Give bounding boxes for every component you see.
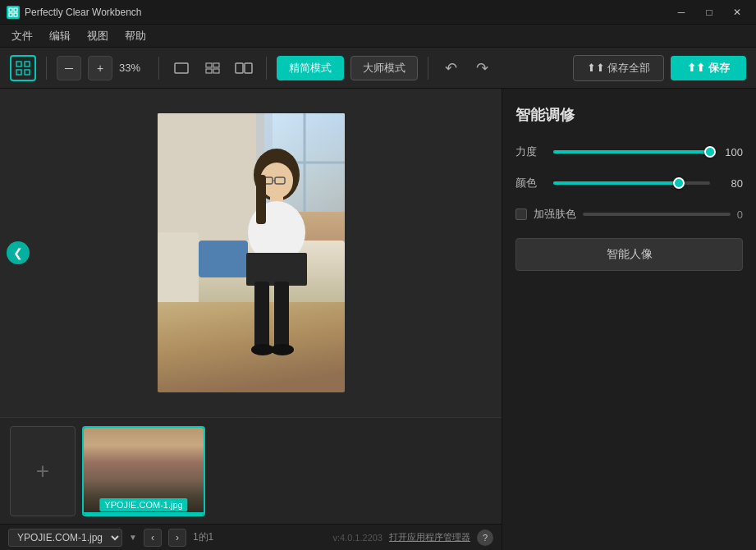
strength-slider-thumb [704,146,716,158]
svg-rect-10 [213,63,219,67]
separator-2 [158,57,159,80]
file-selector[interactable]: YPOJIE.COM-1.jpg [8,529,122,547]
prev-page-button[interactable]: ‹ [144,529,162,547]
next-page-button[interactable]: › [168,529,186,547]
image-area: ❮ [0,89,502,550]
svg-rect-32 [246,253,307,286]
redo-button[interactable]: ↷ [470,56,494,80]
prev-image-button[interactable]: ❮ [7,241,30,264]
plus-icon: + [36,458,49,484]
zoom-out-button[interactable]: ─ [57,56,81,80]
title-bar: Perfectly Clear Workbench ─ □ ✕ [0,0,756,25]
app-logo [10,55,36,81]
fit-view-button[interactable] [169,56,194,80]
zoom-level: 33% [119,62,149,74]
toolbar: ─ + 33% 精简模式 大师模式 ↶ ↷ ⬆ ⬆ 保存全部 [0,48,756,89]
next-icon: › [176,532,179,543]
strength-slider-row: 力度 100 [515,144,743,159]
maximize-button[interactable]: □ [697,4,722,21]
svg-rect-7 [25,70,30,75]
color-slider-track[interactable] [553,181,710,185]
svg-rect-9 [206,63,212,67]
menu-edit[interactable]: 编辑 [41,25,79,47]
photo-simulation [158,113,345,392]
color-slider-thumb [673,177,685,189]
simple-mode-button[interactable]: 精简模式 [277,56,344,80]
svg-rect-22 [158,232,199,306]
menu-view[interactable]: 视图 [79,25,117,47]
svg-rect-37 [256,175,266,224]
save-button[interactable]: ⬆ ⬆ 保存 [671,56,746,80]
compare-view-button[interactable] [231,56,256,80]
portrait-button[interactable]: 智能人像 [515,238,743,271]
skin-enhance-row: 加强肤色 0 [515,207,743,222]
thumbnail-label: YPOJIE.COM-1.jpg [99,498,187,511]
skin-enhance-value: 0 [737,209,743,221]
svg-point-36 [271,344,294,355]
thumbnail-progress-bar [84,512,204,515]
open-manager-link[interactable]: 打开应用程序管理器 [389,531,470,543]
window-controls: ─ □ ✕ [669,4,749,21]
svg-rect-0 [9,8,12,11]
strength-slider-track[interactable] [553,150,710,154]
close-button[interactable]: ✕ [725,4,749,21]
right-panel: 智能调修 力度 100 颜色 80 加强肤色 [502,89,756,550]
canvas-area: ❮ [0,89,502,417]
save-all-button[interactable]: ⬆ ⬆ 保存全部 [573,55,665,81]
separator-1 [46,57,47,80]
version-label: v:4.0.1.2203 [332,533,383,543]
minimize-button[interactable]: ─ [669,4,694,21]
menu-help[interactable]: 帮助 [117,25,154,47]
thumbnail-area: + YPOJIE.COM-1.jpg [0,417,502,524]
svg-rect-12 [213,69,219,73]
thumbnail-indicator [245,411,258,418]
svg-rect-11 [206,69,212,73]
question-icon: ? [483,533,488,543]
svg-point-35 [251,344,274,355]
redo-icon: ↷ [476,59,488,77]
prev-icon: ‹ [151,532,154,543]
save-all-label: ⬆ 保存全部 [596,61,651,76]
color-slider-row: 颜色 80 [515,176,743,190]
strength-value: 100 [718,146,743,158]
svg-rect-14 [245,63,252,73]
panel-title: 智能调修 [515,105,743,125]
thumbnail-item[interactable]: YPOJIE.COM-1.jpg [82,426,205,516]
undo-button[interactable]: ↶ [438,56,463,80]
master-mode-button[interactable]: 大师模式 [351,56,418,80]
save-all-icon: ⬆ [587,62,596,74]
minus-icon: ─ [65,62,73,75]
bottom-bar: YPOJIE.COM-1.jpg ▼ ‹ › 1的1 v:4.0.1.2203 … [0,524,502,550]
svg-rect-24 [158,302,345,392]
zoom-in-button[interactable]: + [88,56,112,80]
add-image-button[interactable]: + [10,426,76,516]
main-image [158,113,345,392]
plus-icon: + [97,62,103,75]
skin-enhance-checkbox[interactable] [515,209,527,220]
color-value: 80 [718,177,743,190]
menu-bar: 文件 编辑 视图 帮助 [0,25,756,48]
app-icon [7,6,20,19]
svg-rect-33 [254,282,269,347]
svg-rect-23 [199,241,248,277]
strength-label: 力度 [515,144,545,159]
chevron-left-icon: ❮ [13,246,23,259]
svg-rect-4 [16,62,21,66]
skin-enhance-label: 加强肤色 [534,207,576,222]
strength-slider-fill [553,150,710,154]
page-info: 1的1 [193,530,213,544]
main-area: ❮ [0,89,756,550]
save-icon: ⬆ [687,62,696,74]
svg-rect-13 [236,63,243,73]
color-label: 颜色 [515,176,545,190]
app-title: Perfectly Clear Workbench [25,7,669,18]
svg-rect-3 [14,13,17,16]
save-label: ⬆ 保存 [696,61,730,76]
separator-3 [266,57,267,80]
color-slider-fill [553,181,679,185]
separator-4 [428,57,428,80]
menu-file[interactable]: 文件 [3,25,41,47]
help-button[interactable]: ? [477,529,493,546]
grid-view-button[interactable] [200,56,225,80]
svg-rect-8 [175,63,188,73]
